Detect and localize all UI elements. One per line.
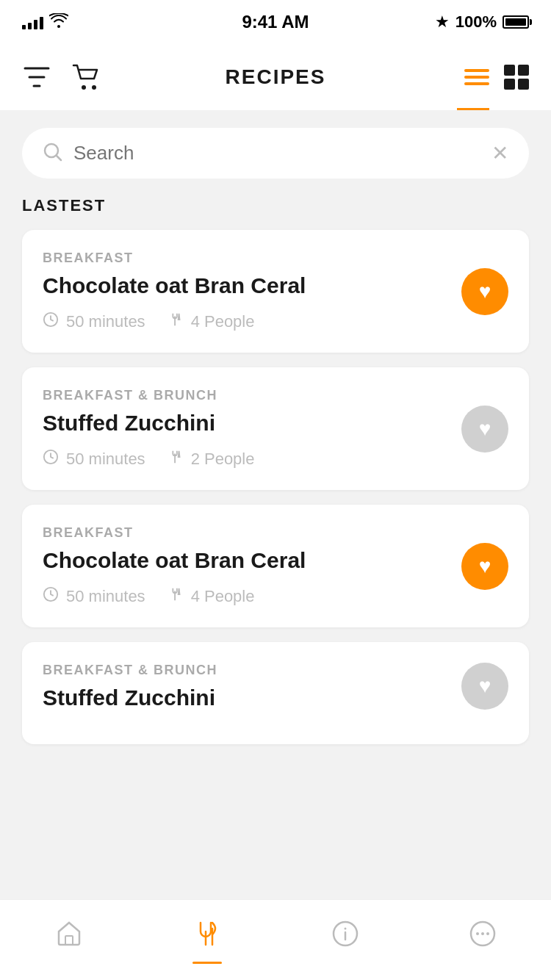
svg-rect-6	[65, 936, 73, 945]
time-value: 50 minutes	[66, 312, 145, 331]
recipe-card[interactable]: BREAKFAST & BRUNCH Stuffed Zucchini 50 m…	[22, 367, 529, 490]
home-icon	[56, 921, 82, 952]
recipe-meta: 50 minutes 4 People	[43, 311, 461, 332]
status-right: ★ 100%	[435, 12, 529, 32]
people-meta: 4 People	[168, 311, 255, 332]
menu-underline	[457, 108, 489, 110]
people-value: 4 People	[191, 587, 255, 606]
search-bar[interactable]: ✕	[22, 128, 529, 179]
fork-icon	[168, 449, 184, 469]
header-left-icons[interactable]	[22, 62, 101, 92]
svg-point-0	[82, 85, 86, 90]
recipe-title: Stuffed Zucchini	[43, 685, 461, 710]
battery-percent: 100%	[455, 12, 497, 32]
search-input[interactable]	[73, 142, 481, 165]
svg-point-8	[344, 927, 346, 929]
recipe-info: BREAKFAST Chocolate oat Bran Ceral 50 mi…	[43, 251, 461, 332]
recipe-category: BREAKFAST	[43, 251, 461, 266]
nav-item-home[interactable]	[56, 921, 82, 959]
svg-point-12	[486, 932, 489, 935]
cart-icon[interactable]	[72, 62, 101, 92]
nav-item-more[interactable]	[469, 920, 496, 960]
favorite-button[interactable]: ♥	[461, 663, 508, 710]
recipe-category: BREAKFAST	[43, 525, 461, 541]
nav-item-recipes[interactable]	[193, 920, 221, 961]
people-meta: 4 People	[168, 586, 255, 607]
fork-icon	[168, 311, 184, 332]
filter-icon[interactable]	[22, 62, 51, 92]
search-clear-icon[interactable]: ✕	[491, 141, 508, 165]
recipe-category: BREAKFAST & BRUNCH	[43, 663, 461, 678]
recipes-icon	[193, 920, 221, 954]
recipe-meta: 50 minutes 2 People	[43, 449, 461, 469]
info-icon	[332, 920, 359, 953]
grid-view-icon[interactable]	[504, 65, 529, 90]
recipe-title: Chocolate oat Bran Ceral	[43, 273, 461, 298]
bluetooth-icon: ★	[435, 12, 450, 32]
search-container: ✕	[0, 110, 551, 196]
status-left	[22, 13, 68, 32]
time-value: 50 minutes	[66, 587, 145, 606]
people-value: 4 People	[191, 312, 255, 331]
more-icon	[469, 920, 496, 953]
heart-icon: ♥	[479, 555, 491, 578]
bottom-nav	[0, 899, 551, 980]
heart-icon: ♥	[479, 417, 491, 441]
svg-point-11	[481, 932, 484, 935]
time-meta: 50 minutes	[43, 586, 145, 607]
recipe-category: BREAKFAST & BRUNCH	[43, 388, 461, 403]
recipe-meta: 50 minutes 4 People	[43, 586, 461, 607]
recipe-info: BREAKFAST & BRUNCH Stuffed Zucchini	[43, 663, 461, 724]
favorite-button[interactable]: ♥	[461, 543, 508, 590]
search-icon	[43, 142, 63, 165]
people-meta: 2 People	[168, 449, 255, 469]
recipe-title: Chocolate oat Bran Ceral	[43, 548, 461, 573]
battery-icon	[503, 15, 529, 29]
svg-point-10	[476, 932, 479, 935]
time-meta: 50 minutes	[43, 311, 145, 332]
recipe-info: BREAKFAST & BRUNCH Stuffed Zucchini 50 m…	[43, 388, 461, 469]
recipe-info: BREAKFAST Chocolate oat Bran Ceral 50 mi…	[43, 525, 461, 607]
heart-icon: ♥	[479, 280, 491, 303]
section-label: LASTEST	[0, 196, 551, 230]
wifi-icon	[49, 13, 68, 32]
clock-icon	[43, 449, 59, 469]
partial-recipe-card[interactable]: BREAKFAST & BRUNCH Stuffed Zucchini ♥	[22, 642, 529, 744]
favorite-button[interactable]: ♥	[461, 268, 508, 315]
nav-item-info[interactable]	[332, 920, 359, 960]
status-time: 9:41 AM	[242, 12, 309, 32]
clock-icon	[43, 311, 59, 332]
heart-icon: ♥	[479, 674, 491, 698]
header-right-icons[interactable]	[464, 65, 529, 90]
clock-icon	[43, 586, 59, 607]
time-meta: 50 minutes	[43, 449, 145, 469]
recipe-card[interactable]: BREAKFAST Chocolate oat Bran Ceral 50 mi…	[22, 230, 529, 353]
signal-icon	[22, 15, 43, 29]
header: RECIPES	[0, 44, 551, 110]
people-value: 2 People	[191, 450, 255, 469]
recipe-title: Stuffed Zucchini	[43, 411, 461, 436]
status-bar: 9:41 AM ★ 100%	[0, 0, 551, 44]
menu-icon[interactable]	[464, 69, 489, 85]
recipe-list: BREAKFAST Chocolate oat Bran Ceral 50 mi…	[0, 230, 551, 627]
svg-point-1	[92, 85, 96, 90]
recipe-card[interactable]: BREAKFAST Chocolate oat Bran Ceral 50 mi…	[22, 505, 529, 627]
fork-icon	[168, 586, 184, 607]
page-title: RECIPES	[226, 65, 326, 89]
favorite-button[interactable]: ♥	[461, 406, 508, 453]
time-value: 50 minutes	[66, 450, 145, 469]
